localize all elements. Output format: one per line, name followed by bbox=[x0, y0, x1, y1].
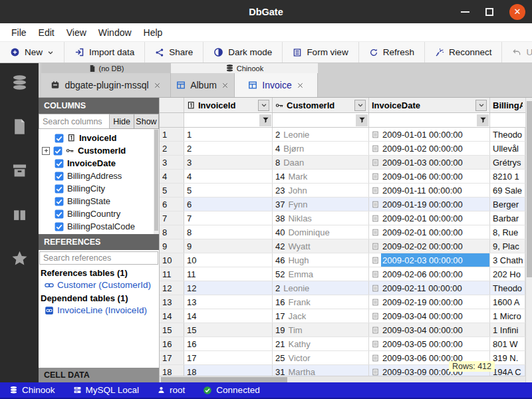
cell-customerid[interactable]: 8Daan bbox=[273, 156, 369, 169]
close-icon[interactable]: ✕ bbox=[509, 4, 525, 20]
checkbox-checked-icon[interactable] bbox=[55, 222, 64, 231]
sidebar-archive-icon[interactable] bbox=[11, 162, 29, 182]
cell-billingaddress[interactable]: 801 W bbox=[490, 337, 525, 350]
status-connected[interactable]: Connected bbox=[203, 385, 259, 395]
cell-invoiceid[interactable]: 18 bbox=[184, 365, 273, 376]
cell-invoiceid[interactable]: 3 bbox=[184, 156, 273, 169]
filter-funnel-icon[interactable] bbox=[356, 114, 368, 126]
table-row[interactable]: 4414Mark2009-01-06 00:00:008210 1 bbox=[160, 170, 525, 184]
checkbox-checked-icon[interactable] bbox=[55, 197, 64, 206]
sidebar-favorites-icon[interactable] bbox=[11, 249, 29, 270]
cell-invoiceid[interactable]: 5 bbox=[184, 184, 273, 197]
cell-billingaddress[interactable]: Theodo bbox=[490, 128, 525, 141]
table-row[interactable]: 141417Jack2009-03-04 00:00:001 Micro bbox=[160, 309, 525, 323]
cell-invoiceid[interactable]: 11 bbox=[184, 267, 273, 281]
cell-customerid[interactable]: 25Victor bbox=[273, 351, 369, 364]
cell-billingaddress[interactable]: 3 Chath bbox=[490, 253, 525, 267]
form-view-button[interactable]: Form view bbox=[283, 42, 358, 63]
status-chinook[interactable]: Chinook bbox=[9, 385, 55, 395]
table-row[interactable]: 131316Frank2009-02-19 00:00:001600 A bbox=[160, 295, 525, 309]
cell-customerid[interactable]: 40Dominique bbox=[273, 225, 369, 239]
column-header-billingaddress[interactable]: BillingAddress bbox=[490, 98, 525, 112]
cell-invoiceid[interactable]: 7 bbox=[184, 211, 273, 225]
table-row[interactable]: 7738Niklas2009-02-01 00:00:00Barbar bbox=[160, 211, 525, 225]
cell-customerid[interactable]: 46Hugh bbox=[273, 253, 369, 267]
hide-button[interactable]: Hide bbox=[110, 114, 134, 129]
checkbox-checked-icon[interactable] bbox=[55, 209, 64, 219]
sidebar-database-icon[interactable] bbox=[11, 74, 29, 94]
cell-invoicedate[interactable]: 2009-02-01 00:00:00 bbox=[369, 211, 490, 225]
cell-invoiceid[interactable]: 13 bbox=[184, 295, 273, 309]
cell-invoicedate[interactable]: 2009-02-06 00:00:00 bbox=[369, 267, 490, 281]
table-row[interactable]: 151519Tim2009-03-04 00:00:001 Infini bbox=[160, 323, 525, 337]
cell-invoicedate[interactable]: 2009-01-01 00:00:00 bbox=[369, 128, 490, 141]
cell-invoiceid[interactable]: 12 bbox=[184, 281, 273, 295]
filter-input[interactable] bbox=[273, 113, 356, 127]
checkbox-checked-icon[interactable] bbox=[55, 159, 64, 168]
undo-button[interactable]: U bbox=[502, 42, 532, 63]
column-item-invoicedate[interactable]: InvoiceDate bbox=[39, 157, 153, 170]
cell-invoiceid[interactable]: 8 bbox=[184, 225, 273, 239]
column-dropdown-button[interactable] bbox=[258, 100, 269, 111]
refresh-button[interactable]: Refresh bbox=[359, 42, 425, 63]
column-header-customerid[interactable]: CustomerId bbox=[273, 98, 369, 112]
menu-item-window[interactable]: Window bbox=[92, 27, 138, 38]
column-dropdown-button[interactable] bbox=[354, 100, 366, 111]
cell-invoicedate[interactable]: 2009-01-03 00:00:00 bbox=[369, 156, 490, 169]
column-item-billingstate[interactable]: BillingState bbox=[39, 195, 153, 207]
tab-album[interactable]: Album bbox=[171, 73, 235, 97]
checkbox-checked-icon[interactable] bbox=[53, 146, 63, 156]
column-item-billingpostalcode[interactable]: BillingPostalCode bbox=[39, 220, 153, 233]
cell-invoiceid[interactable]: 2 bbox=[184, 142, 273, 155]
cell-customerid[interactable]: 23John bbox=[273, 184, 369, 197]
import-data-button[interactable]: Import data bbox=[65, 42, 145, 63]
filter-funnel-icon[interactable] bbox=[259, 114, 271, 126]
cell-invoicedate[interactable]: 2009-01-19 00:00:00 bbox=[369, 198, 490, 211]
cell-customerid[interactable]: 17Jack bbox=[273, 309, 369, 323]
cell-invoiceid[interactable]: 1 bbox=[184, 128, 273, 141]
cell-customerid[interactable]: 31Martha bbox=[273, 365, 369, 376]
status-mysql-local[interactable]: MySQL Local bbox=[73, 385, 140, 395]
cell-invoiceid[interactable]: 16 bbox=[184, 337, 273, 350]
cell-billingaddress[interactable]: Berger bbox=[490, 198, 525, 211]
checkbox-checked-icon[interactable] bbox=[55, 134, 64, 143]
share-button[interactable]: Share bbox=[145, 42, 203, 63]
horizontal-scrollbar-thumb[interactable] bbox=[161, 377, 287, 382]
cell-invoicedate[interactable]: 2009-01-06 00:00:00 bbox=[369, 170, 490, 183]
column-item-billingaddress[interactable]: BillingAddress bbox=[39, 170, 153, 182]
cell-invoiceid[interactable]: 15 bbox=[184, 323, 273, 336]
menu-item-edit[interactable]: Edit bbox=[33, 27, 61, 38]
columns-scrollbar[interactable] bbox=[154, 129, 159, 234]
cell-invoicedate[interactable]: 2009-02-11 00:00:00 bbox=[369, 281, 490, 295]
table-row[interactable]: 8840Dominique2009-02-01 00:00:008, Rue bbox=[160, 225, 525, 239]
cell-invoicedate[interactable]: 2009-01-02 00:00:00 bbox=[369, 142, 490, 155]
cell-billingaddress[interactable]: 202 Ho bbox=[490, 267, 525, 281]
menu-item-view[interactable]: View bbox=[61, 27, 92, 38]
table-row[interactable]: 338Daan2009-01-03 00:00:00Grétrys bbox=[160, 156, 525, 170]
table-row[interactable]: 112Leonie2009-01-01 00:00:00Theodo bbox=[160, 128, 525, 142]
filter-funnel-icon[interactable] bbox=[477, 114, 489, 126]
table-row[interactable]: 224Bjørn2009-01-02 00:00:00Ullevål bbox=[160, 142, 525, 156]
cell-billingaddress[interactable]: 9, Plac bbox=[490, 239, 525, 253]
cell-invoicedate[interactable]: 2009-02-02 00:00:00 bbox=[369, 239, 490, 253]
dark-mode-button[interactable]: Dark mode bbox=[203, 42, 283, 63]
cell-invoicedate[interactable]: 2009-01-11 00:00:00 bbox=[369, 184, 490, 197]
cell-customerid[interactable]: 21Kathy bbox=[273, 337, 369, 350]
cell-billingaddress[interactable]: Barbar bbox=[490, 211, 525, 225]
cell-invoicedate[interactable]: 2009-02-01 00:00:00 bbox=[369, 225, 490, 239]
table-row[interactable]: 6637Fynn2009-01-19 00:00:00Berger bbox=[160, 198, 525, 211]
vertical-scrollbar[interactable] bbox=[525, 98, 532, 382]
reference-link[interactable]: Customer (CustomerId) bbox=[39, 279, 159, 291]
sidebar-history-icon[interactable] bbox=[11, 205, 29, 226]
cell-billingaddress[interactable]: 1 Infini bbox=[490, 323, 525, 336]
cell-customerid[interactable]: 42Wyatt bbox=[273, 239, 369, 253]
close-icon[interactable] bbox=[154, 82, 161, 89]
table-row[interactable]: 9942Wyatt2009-02-02 00:00:009, Plac bbox=[160, 239, 525, 253]
cell-billingaddress[interactable]: Ullevål bbox=[490, 142, 525, 155]
cell-customerid[interactable]: 14Mark bbox=[273, 170, 369, 183]
column-header-invoicedate[interactable]: InvoiceDate bbox=[369, 98, 490, 112]
cell-billingaddress[interactable]: Theodo bbox=[490, 281, 525, 295]
cell-invoicedate[interactable]: 2009-03-04 00:00:00 bbox=[369, 323, 490, 336]
cell-invoiceid[interactable]: 17 bbox=[184, 351, 273, 364]
column-item-customerid[interactable]: CustomerId bbox=[39, 144, 153, 157]
